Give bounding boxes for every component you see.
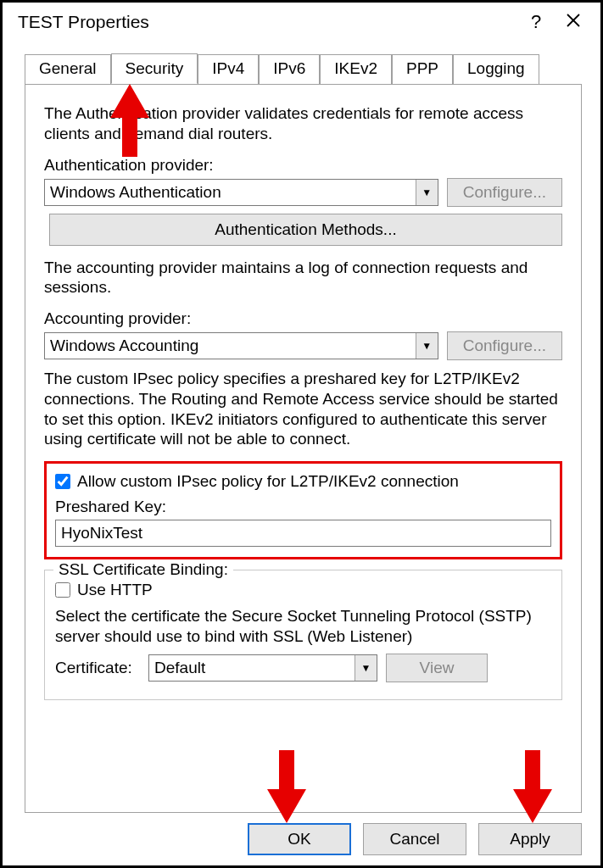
- allow-ipsec-checkbox[interactable]: [55, 474, 70, 489]
- auth-provider-label: Authentication provider:: [44, 156, 562, 175]
- window-title: TEST Properties: [18, 12, 517, 32]
- ipsec-group: Allow custom IPsec policy for L2TP/IKEv2…: [44, 461, 562, 559]
- tab-security[interactable]: Security: [111, 53, 198, 84]
- tab-ikev2[interactable]: IKEv2: [320, 54, 392, 85]
- use-http-checkbox[interactable]: [55, 582, 70, 598]
- acct-provider-value: Windows Accounting: [50, 337, 416, 355]
- acct-provider-label: Accounting provider:: [44, 309, 562, 328]
- use-http-label: Use HTTP: [77, 581, 153, 599]
- psk-input[interactable]: [55, 520, 551, 547]
- dialog-buttons: OK Cancel Apply: [3, 813, 600, 865]
- dropdown-arrow-icon: ▼: [416, 180, 438, 205]
- ok-button[interactable]: OK: [248, 823, 351, 855]
- cert-label: Certificate:: [55, 659, 140, 677]
- tab-ipv4[interactable]: IPv4: [198, 54, 259, 85]
- tab-logging[interactable]: Logging: [453, 54, 539, 85]
- view-cert-button[interactable]: View: [386, 654, 488, 682]
- ssl-group: SSL Certificate Binding: Use HTTP Select…: [44, 570, 562, 700]
- auth-description: The Authentication provider validates cr…: [44, 103, 562, 144]
- tab-ppp[interactable]: PPP: [392, 54, 453, 85]
- ssl-description: Select the certificate the Secure Socket…: [55, 606, 551, 647]
- acct-description: The accounting provider maintains a log …: [44, 258, 562, 298]
- auth-configure-button[interactable]: Configure...: [447, 178, 562, 207]
- tab-ipv6[interactable]: IPv6: [259, 54, 320, 85]
- titlebar: TEST Properties ?: [3, 3, 600, 42]
- acct-configure-button[interactable]: Configure...: [447, 331, 562, 360]
- tab-general[interactable]: General: [25, 54, 111, 85]
- ipsec-description: The custom IPsec policy specifies a pres…: [44, 369, 562, 449]
- security-panel: The Authentication provider validates cr…: [25, 84, 582, 813]
- cert-value: Default: [154, 659, 355, 677]
- dropdown-arrow-icon: ▼: [355, 655, 377, 681]
- help-button[interactable]: ?: [517, 11, 555, 33]
- apply-button[interactable]: Apply: [478, 823, 582, 855]
- auth-provider-combo[interactable]: Windows Authentication ▼: [44, 179, 438, 206]
- tabstrip: General Security IPv4 IPv6 IKEv2 PPP Log…: [25, 53, 600, 84]
- dropdown-arrow-icon: ▼: [416, 333, 438, 359]
- auth-methods-button[interactable]: Authentication Methods...: [49, 214, 562, 246]
- properties-dialog: TEST Properties ? General Security IPv4 …: [0, 0, 603, 868]
- allow-ipsec-label: Allow custom IPsec policy for L2TP/IKEv2…: [77, 472, 459, 491]
- close-icon: [566, 13, 581, 28]
- ssl-legend: SSL Certificate Binding:: [53, 560, 233, 579]
- acct-provider-combo[interactable]: Windows Accounting ▼: [44, 332, 438, 359]
- psk-label: Preshared Key:: [55, 498, 551, 516]
- close-button[interactable]: [555, 13, 592, 32]
- cancel-button[interactable]: Cancel: [363, 823, 466, 855]
- auth-provider-value: Windows Authentication: [50, 183, 416, 202]
- cert-combo[interactable]: Default ▼: [148, 654, 377, 682]
